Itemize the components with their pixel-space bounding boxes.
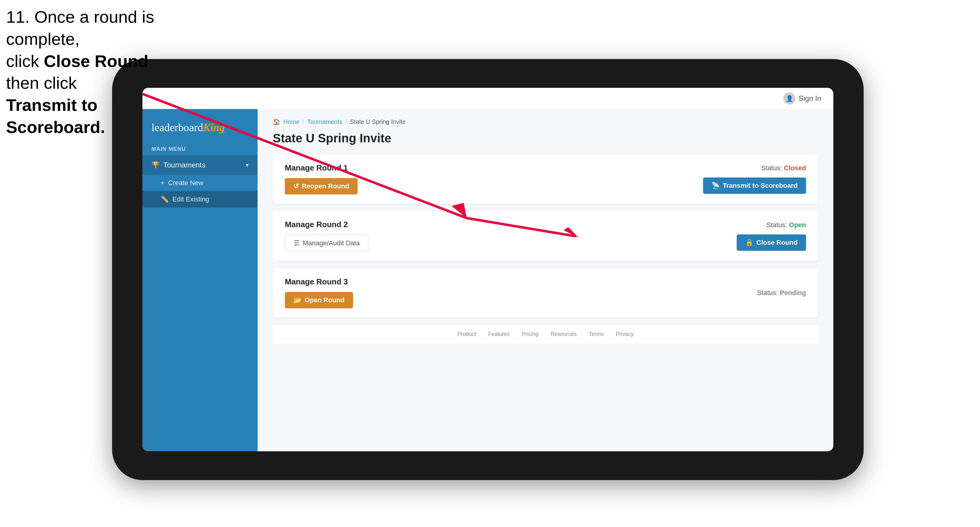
sidebar-item-edit-existing[interactable]: ✏️ Edit Existing <box>142 191 258 208</box>
reopen-icon: ↺ <box>293 183 299 190</box>
sidebar: leaderboardKing MAIN MENU 🏆 Tournaments … <box>142 109 258 451</box>
instruction-line2: click <box>6 51 44 71</box>
round-1-right: Status: Closed 📡 Transmit to Scoreboard <box>703 164 806 194</box>
trophy-icon: 🏆 <box>151 161 160 169</box>
breadcrumb-tournaments-link[interactable]: Tournaments <box>307 118 342 125</box>
breadcrumb-sep2: / <box>345 118 347 125</box>
logo-king: King <box>203 121 225 133</box>
breadcrumb-home-icon: 🏠 <box>273 118 280 125</box>
close-icon: 🔒 <box>745 239 753 246</box>
round-1-title: Manage Round 1 <box>285 163 358 173</box>
footer: Product Features Pricing Resources Terms… <box>273 325 818 343</box>
main-menu-label: MAIN MENU <box>142 143 258 156</box>
round-3-status-value: Pending <box>780 289 806 297</box>
tablet-device: 👤 Sign In leaderboardKing MAIN MENU 🏆 To… <box>112 59 864 480</box>
page-title: State U Spring Invite <box>273 132 818 145</box>
sidebar-tournaments-label: Tournaments <box>163 161 205 169</box>
create-new-label: Create New <box>168 179 203 187</box>
open-round-label: Open Round <box>305 296 345 304</box>
transmit-label: Transmit to Scoreboard <box>723 182 797 190</box>
transmit-scoreboard-button[interactable]: 📡 Transmit to Scoreboard <box>703 178 806 194</box>
instruction-line3: then click <box>6 73 77 92</box>
footer-features[interactable]: Features <box>488 331 510 337</box>
footer-privacy[interactable]: Privacy <box>616 331 634 337</box>
round-2-status-label: Status: <box>766 221 787 229</box>
top-bar: 👤 Sign In <box>142 88 833 109</box>
close-round-button[interactable]: 🔒 Close Round <box>737 235 806 251</box>
manage-audit-label: Manage/Audit Data <box>303 239 360 247</box>
user-avatar-icon: 👤 <box>783 92 795 105</box>
round-3-section: Manage Round 3 📂 Open Round Status: Pend… <box>273 268 818 317</box>
reopen-round-label: Reopen Round <box>302 183 349 190</box>
round-2-status-value: Open <box>789 221 806 229</box>
footer-product[interactable]: Product <box>457 331 476 337</box>
round-2-status: Status: Open <box>766 221 806 229</box>
round-2-title: Manage Round 2 <box>285 220 369 229</box>
sidebar-item-tournaments[interactable]: 🏆 Tournaments ▾ <box>142 156 258 175</box>
round-3-status-label: Status: <box>757 289 778 297</box>
main-area: leaderboardKing MAIN MENU 🏆 Tournaments … <box>142 109 833 451</box>
breadcrumb-current: State U Spring Invite <box>350 118 406 125</box>
round-2-left: Manage Round 2 ☰ Manage/Audit Data <box>285 220 369 252</box>
breadcrumb: 🏠 Home / Tournaments / State U Spring In… <box>273 118 818 125</box>
open-icon: 📂 <box>293 296 302 304</box>
round-1-left: Manage Round 1 ↺ Reopen Round <box>285 163 358 194</box>
sidebar-item-create-new[interactable]: + Create New <box>142 175 258 191</box>
instruction-bold1: Close Round <box>44 51 148 71</box>
open-round-button[interactable]: 📂 Open Round <box>285 292 353 308</box>
sign-in-label[interactable]: Sign In <box>799 94 821 103</box>
manage-audit-button[interactable]: ☰ Manage/Audit Data <box>285 235 369 252</box>
edit-existing-label: Edit Existing <box>172 195 209 203</box>
round-2-section: Manage Round 2 ☰ Manage/Audit Data Statu… <box>273 211 818 261</box>
edit-icon: ✏️ <box>161 195 169 203</box>
round-3-status: Status: Pending <box>757 289 806 297</box>
round-3-left: Manage Round 3 📂 Open Round <box>285 277 353 308</box>
footer-resources[interactable]: Resources <box>550 331 577 337</box>
transmit-icon: 📡 <box>711 182 720 190</box>
round-3-right: Status: Pending <box>757 289 806 297</box>
instruction-text: 11. Once a round is complete, click Clos… <box>6 6 176 138</box>
round-1-status-label: Status: <box>761 164 782 172</box>
round-1-section: Manage Round 1 ↺ Reopen Round Status: Cl… <box>273 154 818 203</box>
reopen-round-button[interactable]: ↺ Reopen Round <box>285 178 358 194</box>
instruction-bold2: Transmit to Scoreboard. <box>6 95 105 137</box>
content-area: 🏠 Home / Tournaments / State U Spring In… <box>258 109 833 451</box>
round-2-right: Status: Open 🔒 Close Round <box>737 221 806 251</box>
close-round-label: Close Round <box>756 239 797 246</box>
round-3-title: Manage Round 3 <box>285 277 353 287</box>
chevron-down-icon: ▾ <box>246 162 248 168</box>
breadcrumb-home-link[interactable]: Home <box>283 118 299 125</box>
plus-icon: + <box>161 179 165 187</box>
footer-pricing[interactable]: Pricing <box>522 331 538 337</box>
instruction-line1: 11. Once a round is complete, <box>6 7 154 48</box>
footer-terms[interactable]: Terms <box>589 331 604 337</box>
round-1-status: Status: Closed <box>761 164 806 172</box>
sign-in-area[interactable]: 👤 Sign In <box>783 92 821 105</box>
round-1-status-value: Closed <box>784 164 806 172</box>
audit-icon: ☰ <box>294 239 300 247</box>
tablet-screen: 👤 Sign In leaderboardKing MAIN MENU 🏆 To… <box>142 88 833 451</box>
breadcrumb-sep1: / <box>302 118 304 125</box>
